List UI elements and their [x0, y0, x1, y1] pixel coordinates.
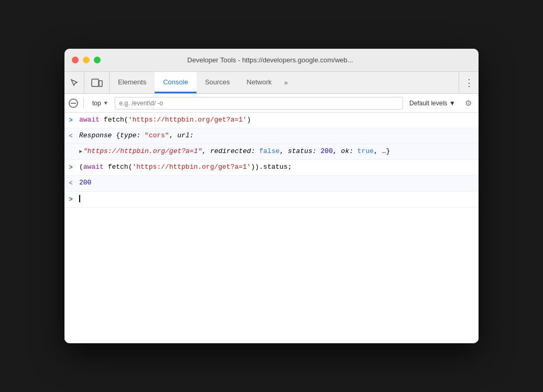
tabs-list: Elements Console Sources Network »: [110, 72, 459, 93]
devtools-menu-button[interactable]: ⋮: [459, 72, 479, 93]
entry-arrow-expand: [64, 146, 77, 147]
console-output: > await fetch('https://httpbin.org/get?a…: [64, 113, 479, 343]
tab-sources[interactable]: Sources: [197, 72, 238, 93]
toolbar-divider: [83, 98, 84, 108]
console-entry: ►"https://httpbin.org/get?a=1", redirect…: [64, 144, 479, 160]
svg-rect-1: [99, 81, 102, 86]
entry-arrow-out: <: [64, 178, 77, 189]
console-settings-button[interactable]: ⚙: [462, 97, 474, 110]
console-input-prompt[interactable]: >: [64, 192, 479, 208]
entry-content: await fetch('https://httpbin.org/get?a=1…: [77, 115, 474, 126]
console-cursor: [79, 195, 80, 202]
entry-content: Response {type: "cors", url:: [77, 130, 474, 141]
filter-input[interactable]: [115, 97, 403, 110]
tab-network[interactable]: Network: [238, 72, 280, 93]
devtools-window: Developer Tools - https://developers.goo…: [64, 49, 479, 343]
inspect-element-button[interactable]: [64, 72, 84, 93]
expand-triangle[interactable]: ►: [79, 148, 82, 156]
console-entry: > await fetch('https://httpbin.org/get?a…: [64, 113, 479, 128]
entry-arrow-in: >: [64, 162, 77, 173]
console-entry: > (await fetch('https://httpbin.org/get?…: [64, 160, 479, 176]
entry-content: 200: [77, 178, 474, 189]
tab-console[interactable]: Console: [155, 72, 197, 93]
console-entry: < Response {type: "cors", url:: [64, 128, 479, 144]
gear-icon: ⚙: [465, 99, 472, 108]
titlebar: Developer Tools - https://developers.goo…: [64, 49, 479, 72]
context-selector[interactable]: top ▼: [89, 99, 112, 108]
console-toolbar: top ▼ Default levels ▼ ⚙: [64, 94, 479, 113]
tabs-bar: Elements Console Sources Network » ⋮: [64, 72, 479, 94]
clear-console-button[interactable]: [69, 99, 78, 108]
device-toolbar-button[interactable]: [84, 72, 110, 93]
entry-arrow-in: >: [64, 115, 77, 126]
window-title: Developer Tools - https://developers.goo…: [69, 56, 471, 64]
entry-content: ►"https://httpbin.org/get?a=1", redirect…: [77, 146, 474, 157]
console-input-area[interactable]: [77, 194, 474, 205]
context-dropdown-arrow: ▼: [103, 100, 108, 106]
tab-elements[interactable]: Elements: [110, 72, 155, 93]
entry-arrow-out: <: [64, 130, 77, 141]
tabs-overflow-button[interactable]: »: [280, 72, 292, 93]
entry-arrow-prompt: >: [64, 194, 77, 205]
console-entry: < 200: [64, 176, 479, 191]
levels-dropdown-arrow: ▼: [449, 100, 455, 107]
log-levels-button[interactable]: Default levels ▼: [406, 99, 459, 108]
svg-rect-0: [92, 79, 99, 86]
entry-content: (await fetch('https://httpbin.org/get?a=…: [77, 162, 474, 173]
